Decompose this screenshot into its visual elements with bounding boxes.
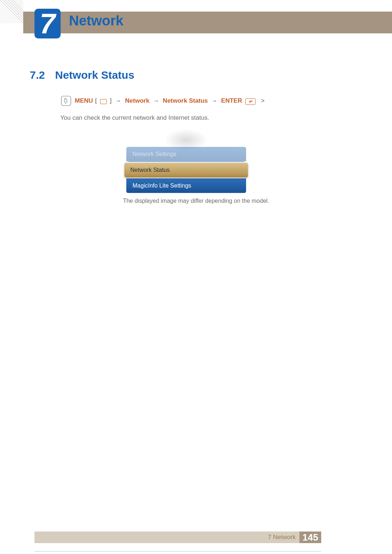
corner-hatch-decoration xyxy=(0,0,23,23)
hand-pointer-icon xyxy=(60,95,72,107)
footer-chapter-label: 7 Network xyxy=(268,534,296,541)
arrow-icon: → xyxy=(153,97,159,104)
nav-item-network: Network xyxy=(125,97,150,104)
bracket-close: ] xyxy=(110,97,112,104)
image-caption: The displayed image may differ depending… xyxy=(0,198,392,204)
enter-button-icon xyxy=(245,98,256,105)
menu-label: MENU xyxy=(75,97,93,104)
osd-menu-list: Network Settings Network Status MagicInf… xyxy=(126,147,246,193)
enter-label: ENTER xyxy=(221,97,242,104)
section-number: 7.2 xyxy=(30,69,45,81)
arrow-icon: → xyxy=(115,97,122,104)
footer-bar xyxy=(34,532,299,543)
bracket-open: [ xyxy=(95,97,97,104)
osd-item-network-settings: Network Settings xyxy=(126,147,246,161)
nav-item-network-status: Network Status xyxy=(163,97,208,104)
remote-button-icon xyxy=(100,99,107,104)
section-title: Network Status xyxy=(55,69,134,81)
footer-rule xyxy=(34,551,321,552)
arrow-icon: → xyxy=(211,97,217,104)
section-heading: 7.2 Network Status xyxy=(30,69,362,81)
osd-item-label: Network Status xyxy=(130,167,170,173)
osd-item-label: Network Settings xyxy=(132,151,176,157)
page-number-badge: 145 xyxy=(299,532,321,543)
svg-rect-0 xyxy=(61,96,71,106)
chapter-title: Network xyxy=(69,13,123,29)
osd-item-magicinfo-lite-settings: MagicInfo Lite Settings xyxy=(126,178,246,193)
osd-item-label: MagicInfo Lite Settings xyxy=(132,182,191,189)
osd-menu-screenshot: Network Settings Network Status MagicInf… xyxy=(126,129,246,175)
chapter-number-badge: 7 xyxy=(34,9,61,38)
section-description: You can check the current network and In… xyxy=(60,114,209,122)
osd-separator xyxy=(128,161,244,162)
menu-navigation-path: MENU [ ] → Network → Network Status → EN… xyxy=(60,95,265,107)
greater-than: > xyxy=(261,97,265,104)
osd-item-network-status: Network Status xyxy=(124,163,248,178)
